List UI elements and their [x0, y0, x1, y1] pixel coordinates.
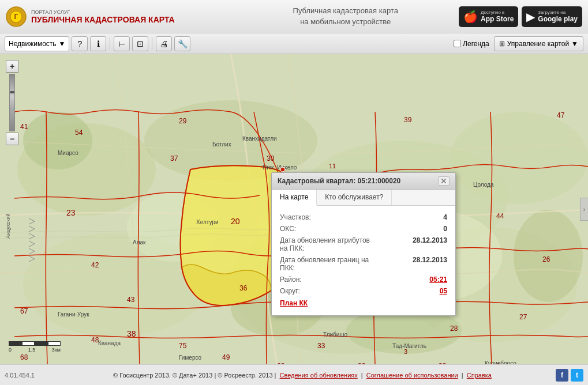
svg-point-9: [450, 112, 588, 204]
status-sep1: |: [361, 372, 363, 379]
tools-icon: 🔧: [178, 39, 188, 48]
twitter-btn[interactable]: t: [571, 369, 583, 382]
svg-text:Цолода: Цолода: [473, 182, 494, 188]
manage-map-btn[interactable]: ⊞ Управление картой ▼: [494, 36, 583, 51]
legend-checkbox[interactable]: [454, 40, 461, 47]
nav-btn[interactable]: ⊡: [132, 36, 148, 51]
info-row-date-attrs: Дата обновления атрибутов на ПКК: 28.12.…: [280, 235, 447, 254]
svg-text:41: 41: [20, 123, 28, 131]
svg-text:27: 27: [519, 313, 527, 321]
svg-text:67: 67: [20, 307, 28, 315]
info-value-uchastkov: 4: [443, 213, 447, 221]
zoom-in-btn[interactable]: +: [6, 60, 18, 73]
header-center-line1: Публичная кадастровая карта: [232, 6, 458, 16]
info-value-date-attrs: 28.12.2013: [413, 236, 447, 244]
portal-logo-icon: Г: [6, 6, 27, 27]
info-label-okrug: Округ:: [280, 287, 300, 295]
help-btn[interactable]: ?: [72, 36, 88, 51]
svg-text:36: 36: [239, 284, 248, 292]
appstore-badge[interactable]: 🍎 Доступно в App Store: [459, 6, 518, 27]
svg-text:42: 42: [91, 261, 99, 269]
header-left: Г Портал услуг Публичная кадастровая кар…: [6, 6, 232, 27]
googleplay-sub: Загрузите на: [538, 10, 578, 15]
status-social: f t: [556, 369, 583, 382]
svg-text:Тлибишо: Тлибишо: [323, 331, 347, 338]
svg-text:38: 38: [127, 329, 136, 338]
toolbar-right: Легенда ⊞ Управление картой ▼: [454, 36, 583, 51]
scale-line: [9, 341, 61, 346]
apple-icon: 🍎: [463, 10, 478, 24]
popup-tab-service[interactable]: Кто обслуживает?: [317, 190, 392, 205]
svg-text:Тад-Магитль: Тад-Магитль: [392, 343, 426, 349]
info-btn[interactable]: ℹ: [90, 36, 106, 51]
plan-kk-link[interactable]: План КК: [280, 297, 447, 309]
svg-text:Г: Г: [14, 13, 18, 21]
portal-text: Портал услуг Публичная кадастровая карта: [31, 9, 175, 24]
header-center-line2: на мобильном устройстве: [232, 17, 458, 27]
legend-checkbox-label[interactable]: Легенда: [454, 40, 489, 48]
scale-label-2: 3км: [52, 347, 61, 353]
info-label-date-attrs: Дата обновления атрибутов на ПКК:: [280, 236, 372, 252]
svg-text:Миарсо: Миарсо: [58, 150, 78, 156]
tools-btn[interactable]: 🔧: [174, 36, 190, 51]
status-link-updates[interactable]: Сведения об обновлениях: [280, 372, 358, 379]
svg-text:Кванхидатли: Кванхидатли: [242, 135, 277, 142]
status-link-agreement[interactable]: Соглашение об использовании: [366, 372, 458, 379]
property-type-dropdown[interactable]: Недвижимость ▼: [5, 36, 69, 51]
scale-label-0: 0: [9, 347, 12, 353]
svg-text:47: 47: [557, 111, 565, 119]
help-icon: ?: [78, 39, 83, 48]
zoom-out-btn[interactable]: −: [6, 133, 18, 145]
map-arrow-right-btn[interactable]: ›: [580, 198, 588, 221]
scale-bar: 0 1.5 3км: [9, 341, 61, 353]
info-label-date-bounds: Дата обновления границ на ПКК:: [280, 256, 372, 272]
facebook-btn[interactable]: f: [556, 369, 568, 382]
info-row-okrug: Округ: 05: [280, 285, 447, 297]
svg-text:33: 33: [317, 342, 325, 350]
info-row-date-bounds: Дата обновления границ на ПКК: 28.12.201…: [280, 254, 447, 274]
scale-label-1: 1.5: [28, 347, 36, 353]
header-apps: 🍎 Доступно в App Store ▶ Загрузите на Go…: [459, 6, 582, 27]
svg-text:75: 75: [179, 342, 187, 350]
info-value-date-bounds: 28.12.2013: [413, 256, 447, 264]
nav-icon: ⊡: [137, 39, 144, 48]
svg-point-14: [23, 112, 92, 169]
scale-labels: 0 1.5 3км: [9, 347, 61, 353]
measure-icon: ⊢: [118, 39, 125, 48]
status-link-help[interactable]: Справка: [467, 372, 492, 379]
svg-text:30: 30: [267, 154, 275, 163]
svg-text:26: 26: [542, 255, 550, 263]
info-value-rayon[interactable]: 05:21: [429, 275, 447, 284]
status-sep2: |: [462, 372, 463, 379]
popup-tab-map[interactable]: На карте: [272, 190, 317, 206]
dropdown-label: Недвижимость: [9, 40, 57, 48]
svg-text:Гимерсо: Гимерсо: [179, 354, 202, 361]
dropdown-arrow-icon: ▼: [59, 40, 66, 48]
measure-btn[interactable]: ⊢: [114, 36, 130, 51]
manage-map-arrow: ▼: [571, 40, 578, 48]
grid-icon: ⊞: [499, 40, 505, 48]
info-label-uchastkov: Участков:: [280, 213, 311, 221]
popup-header: Кадастровый квартал: 05:21:000020 ✕: [272, 173, 455, 190]
googleplay-badge[interactable]: ▶ Загрузите на Google play: [522, 6, 582, 27]
status-copyright: © Госисцентр 2013. © Дата+ 2013 | © Роср…: [113, 372, 276, 379]
info-value-okrug[interactable]: 05: [440, 287, 447, 295]
map-container[interactable]: 41 54 29 39 47 37 30 11 23 20 44 42 5 36…: [0, 54, 588, 364]
status-center: © Госисцентр 2013. © Дата+ 2013 | © Роср…: [53, 372, 553, 379]
svg-point-63: [280, 167, 285, 172]
popup-title: Кадастровый квартал: 05:21:000020: [278, 177, 400, 185]
print-btn[interactable]: 🖨: [156, 36, 172, 51]
scale-seg-3: [35, 341, 48, 346]
scale-seg-2: [22, 341, 35, 346]
info-row-uchastkov: Участков: 4: [280, 212, 447, 223]
svg-text:39: 39: [404, 116, 412, 124]
svg-text:11: 11: [329, 163, 336, 169]
appstore-sub: Доступно в: [481, 10, 514, 15]
svg-text:23: 23: [66, 208, 76, 217]
toolbar: Недвижимость ▼ ? ℹ ⊢ ⊡ 🖨 🔧 Легенда ⊞ Упр…: [0, 33, 588, 54]
portal-subtitle: Портал услуг: [31, 9, 175, 15]
status-coords: 4.01.454.1: [5, 372, 51, 379]
svg-text:Ниж. Инхело: Ниж. Инхело: [263, 164, 297, 171]
popup-close-btn[interactable]: ✕: [438, 176, 450, 186]
scale-seg-1: [9, 341, 22, 346]
